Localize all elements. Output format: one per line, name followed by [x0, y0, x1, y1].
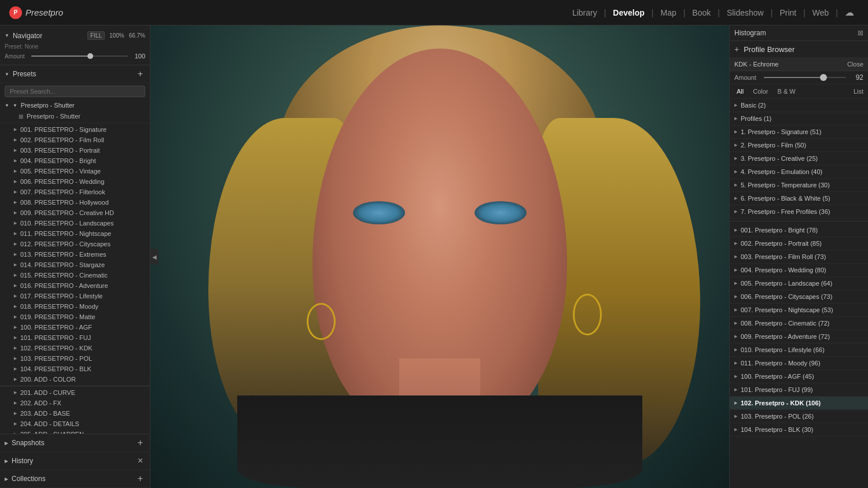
nav-map[interactable]: Map: [656, 6, 681, 20]
nav-library[interactable]: Library: [568, 6, 602, 20]
list-item[interactable]: ▶ 205. ADD - SHARPEN: [0, 429, 150, 434]
profile-cat-blk[interactable]: ▶ 104. Presetpro - BLK (30): [730, 423, 868, 436]
nav-web[interactable]: Web: [808, 6, 834, 20]
filter-list-toggle[interactable]: List: [854, 88, 863, 95]
profile-category: ▶ 003. Presetpro - Film Roll (73): [730, 250, 868, 264]
list-item[interactable]: ▶ 006. PRESETPRO - Wedding: [0, 176, 150, 187]
profile-cat-wedding[interactable]: ▶ 004. Presetpro - Wedding (80): [730, 264, 868, 276]
filter-tab-color[interactable]: Color: [751, 87, 770, 96]
navigator-header[interactable]: ▼ Navigator FILL 100% 66.7%: [5, 29, 145, 42]
snapshots-header[interactable]: ▶ Snapshots +: [0, 434, 150, 452]
list-item[interactable]: ▶ 002. PRESETPRO - Film Roll: [0, 135, 150, 145]
fill-selector[interactable]: FILL: [87, 31, 105, 40]
add-collection-button[interactable]: +: [135, 474, 145, 484]
profile-cat-moody[interactable]: ▶ 011. Presetpro - Moody (96): [730, 357, 868, 369]
close-history-button[interactable]: ×: [135, 456, 145, 466]
profile-cat-adventure[interactable]: ▶ 009. Presetpro - Adventure (72): [730, 330, 868, 343]
snapshots-triangle: ▶: [5, 441, 8, 446]
profile-cat-kdk[interactable]: ▶ 102. Presetpro - KDK (106): [730, 397, 868, 409]
profile-category: ▶ 007. Presetpro - Nightscape (53): [730, 304, 868, 317]
list-item[interactable]: ▶ 013. PRESETPRO - Extremes: [0, 249, 150, 260]
add-preset-button[interactable]: +: [135, 69, 145, 79]
list-item[interactable]: ▶ 001. PRESETPRO - Signature: [0, 124, 150, 135]
list-item[interactable]: ▶ 202. ADD - FX: [0, 398, 150, 408]
profile-cat-filmroll[interactable]: ▶ 003. Presetpro - Film Roll (73): [730, 250, 868, 263]
list-item[interactable]: ▶ 012. PRESETPRO - Cityscapes: [0, 239, 150, 249]
amount-row-right: Amount 92: [730, 71, 868, 84]
preset-group-shutter[interactable]: ▼ ▼ Presetpro - Shutter: [0, 99, 150, 111]
profile-category: ▶ 004. Presetpro - Wedding (80): [730, 264, 868, 277]
profile-cat-portrait[interactable]: ▶ 002. Presetpro - Portrait (85): [730, 237, 868, 250]
profile-category: ▶ 7. Presetpro - Free Profiles (36): [730, 205, 868, 219]
left-collapse-arrow[interactable]: ◀: [150, 249, 159, 265]
filter-tab-all[interactable]: All: [734, 87, 746, 96]
kdk-close-button[interactable]: Close: [847, 61, 863, 68]
history-header[interactable]: ▶ History ×: [0, 452, 150, 469]
profile-cat-fuj[interactable]: ▶ 101. Presetpro - FUJ (99): [730, 383, 868, 396]
profile-cat-bw[interactable]: ▶ 6. Presetpro - Black & White (5): [730, 192, 868, 205]
list-item[interactable]: ▶ 104. PRESETPRO - BLK: [0, 364, 150, 374]
profile-cat-lifestyle[interactable]: ▶ 010. Presetpro - Lifestyle (66): [730, 343, 868, 356]
profile-cat-agf[interactable]: ▶ 100. Presetpro - AGF (45): [730, 370, 868, 383]
profile-add-button[interactable]: +: [734, 45, 739, 54]
nav-slideshow[interactable]: Slideshow: [722, 6, 768, 20]
profile-cat-cinematic[interactable]: ▶ 008. Presetpro - Cinematic (72): [730, 317, 868, 330]
profile-category: ▶ 009. Presetpro - Adventure (72): [730, 330, 868, 343]
list-item[interactable]: ▶ 103. PRESETPRO - POL: [0, 353, 150, 364]
cloud-icon[interactable]: ☁: [840, 5, 859, 20]
list-item[interactable]: ▶ 203. ADD - BASE: [0, 408, 150, 419]
list-item[interactable]: ▶ 201. ADD - CURVE: [0, 387, 150, 398]
list-item[interactable]: ▶ 003. PRESETPRO - Portrait: [0, 145, 150, 156]
profile-cat-sig[interactable]: ▶ 1. Presetpro - Signature (51): [730, 125, 868, 138]
nav-print[interactable]: Print: [775, 6, 801, 20]
profile-cat-profiles[interactable]: ▶ Profiles (1): [730, 112, 868, 125]
profile-cat-emul[interactable]: ▶ 4. Presetpro - Emulation (40): [730, 165, 868, 178]
add-snapshot-button[interactable]: +: [135, 438, 145, 448]
list-item[interactable]: ▶ 018. PRESETPRO - Moody: [0, 301, 150, 312]
list-item[interactable]: ▶ 010. PRESETPRO - Landscapes: [0, 218, 150, 228]
profile-category: ▶ 103. Presetpro - POL (26): [730, 410, 868, 423]
list-item[interactable]: ▶ 019. PRESETPRO - Matte: [0, 312, 150, 322]
navigator-section: ▼ Navigator FILL 100% 66.7% Preset: None…: [0, 25, 150, 65]
collections-section: ▶ Collections +: [0, 470, 150, 488]
profile-cat-free[interactable]: ▶ 7. Presetpro - Free Profiles (36): [730, 205, 868, 218]
list-item[interactable]: ▶ 015. PRESETPRO - Cinematic: [0, 270, 150, 280]
list-item[interactable]: ▶ 014. PRESETPRO - Stargaze: [0, 260, 150, 270]
list-item[interactable]: ▶ 204. ADD - DETAILS: [0, 419, 150, 429]
profile-cat-basic[interactable]: ▶ Basic (2): [730, 99, 868, 112]
profile-cat-film[interactable]: ▶ 2. Presetpro - Film (50): [730, 139, 868, 151]
list-item[interactable]: ▶ 005. PRESETPRO - Vintage: [0, 166, 150, 176]
list-item[interactable]: ▶ 016. PRESETPRO - Adventure: [0, 280, 150, 291]
profile-cat-temp[interactable]: ▶ 5. Presetpro - Temperature (30): [730, 179, 868, 191]
zoom-100[interactable]: 100%: [109, 32, 124, 39]
profile-cat-creative[interactable]: ▶ 3. Presetpro - Creative (25): [730, 152, 868, 165]
filter-tab-bw[interactable]: B & W: [775, 87, 798, 96]
list-item[interactable]: ▶ 004. PRESETPRO - Bright: [0, 156, 150, 166]
profile-cat-landscape[interactable]: ▶ 005. Presetpro - Landscape (64): [730, 277, 868, 290]
preset-search-input[interactable]: [5, 86, 145, 97]
amount-slider-right[interactable]: [764, 77, 846, 78]
list-item[interactable]: ▶ 101. PRESETPRO - FUJ: [0, 332, 150, 343]
preset-sub-shutter[interactable]: ⊞ Presetpro - Shutter: [0, 111, 150, 121]
profile-cat-night[interactable]: ▶ 007. Presetpro - Nightscape (53): [730, 304, 868, 316]
list-item[interactable]: ▶ 011. PRESETPRO - Nightscape: [0, 228, 150, 239]
profile-cat-bright[interactable]: ▶ 001. Presetpro - Bright (78): [730, 224, 868, 236]
list-item[interactable]: ▶ 009. PRESETPRO - Creative HD: [0, 208, 150, 218]
list-item[interactable]: ▶ 200. ADD - COLOR: [0, 374, 150, 385]
profile-cat-cityscape[interactable]: ▶ 006. Presetpro - Cityscapes (73): [730, 290, 868, 303]
list-item[interactable]: ▶ 102. PRESETPRO - KDK: [0, 343, 150, 353]
profile-cat-pol[interactable]: ▶ 103. Presetpro - POL (26): [730, 410, 868, 423]
amount-slider[interactable]: [31, 56, 128, 57]
list-item[interactable]: ▶ 100. PRESETPRO - AGF: [0, 322, 150, 332]
list-item[interactable]: ▶ 008. PRESETPRO - Hollywood: [0, 197, 150, 208]
history-title: History: [12, 457, 33, 465]
preset-sub-shutter-label: Presetpro - Shutter: [27, 113, 80, 120]
collections-header[interactable]: ▶ Collections +: [0, 470, 150, 487]
zoom-667[interactable]: 66.7%: [129, 32, 145, 39]
nav-book[interactable]: Book: [687, 6, 715, 20]
amount-label: Amount: [5, 53, 28, 60]
histogram-expand-icon[interactable]: ⊠: [858, 29, 863, 37]
list-item[interactable]: ▶ 017. PRESETPRO - Lifestyle: [0, 291, 150, 301]
list-item[interactable]: ▶ 007. PRESETPRO - Filterlook: [0, 187, 150, 197]
nav-develop[interactable]: Develop: [608, 6, 649, 20]
